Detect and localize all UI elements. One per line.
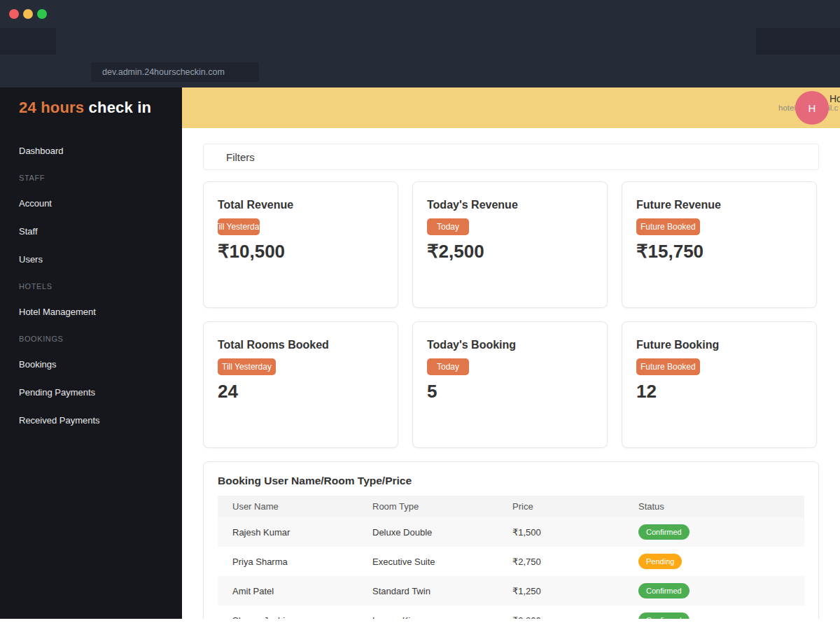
avatar-initial: H	[808, 102, 816, 114]
status-badge: Confirmed	[638, 612, 690, 619]
column-header-user: User Name	[218, 496, 358, 517]
app-logo[interactable]: 24 hours check in	[19, 97, 182, 118]
cell-user-name: Shreya Joshi	[218, 606, 358, 619]
table-row: Rajesh Kumar Deluxe Double ₹1,500 Confir…	[218, 517, 804, 547]
stat-card-badge: Future Booked	[636, 218, 700, 235]
sidebar-entry[interactable]: Pending Payments	[19, 387, 182, 398]
stat-card-value: 12	[636, 381, 802, 402]
cell-room-type: Luxury King	[358, 606, 498, 619]
cell-room-type: Deluxe Double	[358, 517, 498, 547]
window-minimize-button[interactable]	[23, 9, 33, 19]
address-bar-url: dev.admin.24hourscheckin.com	[102, 67, 225, 77]
main-content: Filters Total Revenue Till Yesterday ₹10…	[182, 128, 840, 619]
stat-card-title: Future Revenue	[636, 199, 802, 211]
stat-card-badge: Today	[427, 218, 469, 235]
browser-tab[interactable]	[0, 28, 56, 55]
table-header-row: User Name Room Type Price Status	[218, 496, 804, 517]
window-close-button[interactable]	[9, 9, 19, 19]
logo-highlight: 24 hours	[19, 99, 84, 116]
stat-card: Today's Booking Today 5	[412, 321, 608, 448]
sidebar-entry[interactable]: Bookings	[19, 359, 182, 370]
sidebar-entry[interactable]: Staff	[19, 226, 182, 237]
stat-card: Future Revenue Future Booked ₹15,750	[622, 181, 817, 308]
cell-status: Pending	[624, 547, 804, 576]
stat-card: Today's Revenue Today ₹2,500	[412, 181, 608, 308]
stat-card: Total Rooms Booked Till Yesterday 24	[203, 321, 398, 448]
cell-user-name: Amit Patel	[218, 576, 358, 606]
sidebar: 24 hours check in Dashboard STAFF Accoun…	[0, 88, 182, 619]
sidebar-entry: STAFF	[19, 174, 182, 183]
sidebar-entry[interactable]: Account	[19, 198, 182, 209]
table-row: Amit Patel Standard Twin ₹1,250 Confirme…	[218, 576, 804, 606]
logo-rest: check in	[84, 99, 151, 116]
stat-card-badge: Today	[427, 358, 469, 375]
user-name: Ho	[830, 93, 840, 104]
top-header-bar: Ho hotel@yopmail.c H	[182, 88, 840, 128]
cell-user-name: Priya Sharma	[218, 547, 358, 576]
sidebar-entry: HOTELS	[19, 282, 182, 291]
stat-card-value: ₹15,750	[636, 241, 802, 262]
content-column: Ho hotel@yopmail.c H Filters Total Reven…	[182, 88, 840, 619]
table-row: Priya Sharma Executive Suite ₹2,750 Pend…	[218, 547, 804, 576]
column-header-status: Status	[624, 496, 804, 517]
stat-card: Future Booking Future Booked 12	[622, 321, 817, 448]
bookings-table-card: Booking User Name/Room Type/Price User N…	[203, 461, 819, 619]
cell-price: ₹1,500	[498, 517, 624, 547]
sidebar-entry[interactable]: Users	[19, 254, 182, 265]
bookings-table: User Name Room Type Price Status Rajesh …	[218, 496, 804, 619]
stat-cards-grid: Total Revenue Till Yesterday ₹10,500 Tod…	[203, 181, 819, 448]
stat-card-title: Today's Revenue	[427, 199, 593, 211]
status-badge: Pending	[638, 554, 682, 569]
table-row: Shreya Joshi Luxury King ₹3,200 Confirme…	[218, 606, 804, 619]
cell-status: Confirmed	[624, 606, 804, 619]
sidebar-entry[interactable]: Hotel Management	[19, 307, 182, 317]
cell-user-name: Rajesh Kumar	[218, 517, 358, 547]
status-badge: Confirmed	[638, 524, 690, 540]
stat-card-badge: Future Booked	[636, 358, 700, 375]
window-maximize-button[interactable]	[37, 9, 47, 19]
filters-panel[interactable]: Filters	[203, 144, 819, 170]
browser-tab-right[interactable]	[756, 28, 840, 55]
browser-chrome: dev.admin.24hourscheckin.com	[0, 0, 840, 88]
app-window: 24 hours check in Dashboard STAFF Accoun…	[0, 88, 840, 619]
user-avatar[interactable]: H	[795, 91, 829, 125]
stat-card-title: Today's Booking	[427, 339, 593, 351]
address-bar[interactable]: dev.admin.24hourscheckin.com	[91, 62, 259, 82]
stat-card-title: Total Revenue	[218, 199, 384, 211]
stat-card-title: Total Rooms Booked	[218, 339, 384, 351]
stat-card-value: 5	[427, 381, 593, 402]
column-header-room: Room Type	[358, 496, 498, 517]
sidebar-entry[interactable]: Received Payments	[19, 415, 182, 426]
stat-card: Total Revenue Till Yesterday ₹10,500	[203, 181, 398, 308]
stat-card-value: 24	[218, 381, 384, 402]
cell-room-type: Standard Twin	[358, 576, 498, 606]
sidebar-entry[interactable]: Dashboard	[19, 146, 182, 156]
sidebar-nav: Dashboard STAFF Account Staff Users HOTE…	[19, 146, 182, 426]
stat-card-value: ₹10,500	[218, 241, 384, 262]
stat-card-title: Future Booking	[636, 339, 802, 351]
filters-label: Filters	[226, 151, 255, 163]
stat-card-badge: Till Yesterday	[218, 358, 276, 375]
column-header-price: Price	[498, 496, 624, 517]
cell-status: Confirmed	[624, 517, 804, 547]
stat-card-badge: Till Yesterday	[218, 218, 260, 235]
sidebar-entry: BOOKINGS	[19, 335, 182, 344]
status-badge: Confirmed	[638, 583, 690, 598]
cell-price: ₹3,200	[498, 606, 624, 619]
stat-card-value: ₹2,500	[427, 241, 593, 262]
cell-status: Confirmed	[624, 576, 804, 606]
cell-price: ₹1,250	[498, 576, 624, 606]
cell-room-type: Executive Suite	[358, 547, 498, 576]
bookings-table-title: Booking User Name/Room Type/Price	[218, 475, 804, 487]
cell-price: ₹2,750	[498, 547, 624, 576]
